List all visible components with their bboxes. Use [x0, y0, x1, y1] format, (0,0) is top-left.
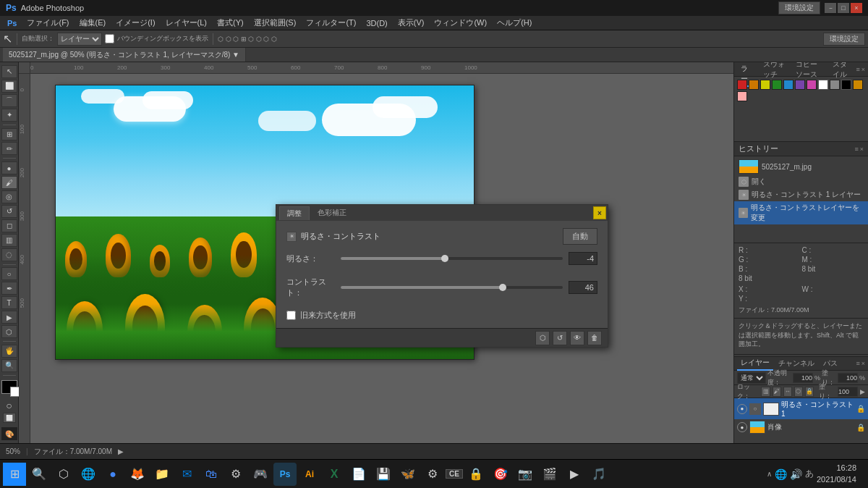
quick-mask-btn[interactable]: ○ — [6, 400, 12, 411]
menu-3d[interactable]: 3D(D) — [362, 17, 391, 29]
swatch-light-pink[interactable] — [737, 91, 747, 101]
bottom-tool-icon[interactable]: 🎨 — [1, 427, 17, 440]
swatch-white[interactable] — [818, 80, 828, 90]
screen-mode-btn[interactable]: ⬜ — [3, 413, 16, 426]
menu-select[interactable]: 選択範囲(S) — [250, 16, 301, 30]
menu-layer[interactable]: レイヤー(L) — [161, 16, 211, 30]
footer-icon-delete[interactable]: 🗑 — [587, 331, 602, 345]
swatch-red[interactable] — [737, 80, 747, 90]
gear-taskbar[interactable]: ⚙ — [421, 463, 444, 486]
history-item-1[interactable]: 5025127_m.jpg — [734, 158, 868, 175]
tab-adjust[interactable]: 調整 — [279, 206, 310, 220]
history-close[interactable]: × — [860, 146, 864, 153]
status-arrow[interactable]: ▶ — [118, 447, 124, 455]
crop-tool[interactable]: ⊞ — [1, 128, 17, 141]
fg-color-swatch[interactable] — [1, 380, 17, 395]
mail-icon[interactable]: ✉ — [175, 463, 198, 486]
panel-close-icon[interactable]: × — [861, 66, 865, 73]
explorer-icon[interactable]: 📁 — [150, 463, 174, 486]
music-icon[interactable]: 🎵 — [587, 463, 610, 486]
footer-icon-visibility[interactable]: 👁 — [570, 331, 584, 345]
tab-swatches[interactable]: スウォッチ — [760, 62, 790, 81]
tab-color-correct[interactable]: 色彩補正 — [310, 206, 354, 219]
swatch-pink[interactable] — [807, 80, 817, 90]
menu-view[interactable]: 表示(V) — [393, 16, 429, 30]
history-item-2[interactable]: ⬡ 開く — [734, 175, 868, 188]
layer-panel-close[interactable]: × — [861, 360, 865, 367]
layer-row-1[interactable]: ● ○ 明るさ・コントラスト 1 🔒 — [734, 398, 868, 419]
brush-tool[interactable]: 🖌 — [1, 176, 17, 189]
menu-filter[interactable]: フィルター(T) — [302, 16, 360, 30]
search-taskbar[interactable]: 🔍 — [27, 463, 51, 486]
swatch-brown[interactable] — [853, 80, 863, 90]
photoshop-taskbar[interactable]: Ps — [273, 463, 297, 486]
auto-button[interactable]: 自動 — [563, 228, 597, 245]
layer-2-visibility[interactable]: ● — [737, 422, 747, 432]
close-button[interactable]: × — [851, 3, 862, 13]
swatch-green[interactable] — [772, 80, 782, 90]
select-tool[interactable]: ⬜ — [1, 80, 17, 93]
butterfly-taskbar[interactable]: 🦋 — [396, 463, 420, 486]
start-button[interactable]: ⊞ — [3, 463, 26, 486]
path-select-tool[interactable]: ▶ — [1, 311, 17, 324]
usb-taskbar[interactable]: 💾 — [372, 463, 395, 486]
move-tool-icon[interactable]: ↖ — [3, 32, 12, 46]
layer-panel-menu[interactable]: ≡ — [856, 360, 859, 367]
swatch-purple[interactable] — [795, 80, 805, 90]
layer-row-2[interactable]: ● 肖像 🔒 — [734, 419, 868, 435]
tab-style[interactable]: スタイル — [829, 62, 855, 81]
edge-icon[interactable]: 🌐 — [77, 463, 100, 486]
lock-image-btn[interactable]: 🖌 — [773, 387, 781, 397]
menu-file[interactable]: ファイル(F) — [22, 16, 73, 30]
chrome-icon[interactable]: ● — [101, 463, 124, 486]
swatch-blue[interactable] — [783, 80, 793, 90]
prefs-button[interactable]: 環境設定 — [823, 33, 865, 46]
document-tab[interactable]: 5025127_m.jpg @ 50% (明るさ・コントラスト 1, レイヤーマ… — [3, 48, 246, 62]
dodge-tool[interactable]: ○ — [1, 267, 17, 280]
history-brush-tool[interactable]: ↺ — [1, 205, 17, 218]
dialog-close-button[interactable]: × — [593, 206, 606, 219]
target-icon[interactable]: 🎯 — [489, 463, 512, 486]
system-clock[interactable]: 16:28 2021/08/14 — [817, 463, 862, 485]
excel-taskbar[interactable]: X — [323, 463, 346, 486]
settings-icon[interactable]: ⚙ — [224, 463, 247, 486]
brightness-slider-container[interactable] — [341, 253, 563, 264]
text-tool[interactable]: T — [1, 296, 17, 309]
menu-window[interactable]: ウィンドウ(W) — [430, 16, 491, 30]
hand-tool[interactable]: 🖐 — [1, 345, 17, 358]
lock-artboard-btn[interactable]: ⬡ — [794, 387, 803, 397]
firefox-icon[interactable]: 🦊 — [126, 463, 149, 486]
menu-format[interactable]: 書式(Y) — [213, 16, 248, 30]
ime-icon[interactable]: あ — [805, 468, 814, 480]
maximize-button[interactable]: □ — [838, 3, 849, 13]
game-icon[interactable]: 🎮 — [249, 463, 272, 486]
show-transform-checkbox[interactable] — [105, 34, 114, 43]
acrobat-taskbar[interactable]: 📄 — [347, 463, 370, 486]
lock-all-btn[interactable]: 🔒 — [805, 387, 814, 397]
tab-copy-source[interactable]: コピーソース — [792, 62, 827, 81]
store-icon[interactable]: 🛍 — [200, 463, 223, 486]
brightness-thumb[interactable] — [441, 255, 448, 262]
fill-input-2[interactable] — [838, 387, 858, 397]
video-icon[interactable]: 🎬 — [538, 463, 561, 486]
lock-position-btn[interactable]: ↔ — [783, 387, 792, 397]
swatch-yellow[interactable] — [760, 80, 770, 90]
swatch-black[interactable] — [841, 80, 851, 90]
shape-tool[interactable]: ⬡ — [1, 325, 17, 338]
history-item-3[interactable]: ☀ 明るさ・コントラスト 1 レイヤー — [734, 188, 868, 201]
clone-tool[interactable]: ◎ — [1, 190, 17, 203]
contrast-thumb[interactable] — [499, 284, 506, 291]
opacity-input[interactable] — [793, 373, 813, 383]
contrast-slider-container[interactable] — [341, 282, 563, 293]
security-icon[interactable]: 🔒 — [464, 463, 488, 486]
taskview-btn[interactable]: ⬡ — [52, 463, 75, 486]
legacy-checkbox[interactable] — [286, 311, 296, 320]
eraser-tool[interactable]: ◻ — [1, 219, 17, 232]
menu-help[interactable]: ヘルプ(H) — [493, 16, 536, 30]
footer-icon-1[interactable]: ⬡ — [535, 331, 550, 345]
menu-ps[interactable]: Ps — [3, 17, 21, 29]
move-tool[interactable]: ↖ — [1, 65, 17, 78]
pref-button[interactable]: 環境設定 — [778, 1, 820, 14]
footer-icon-reset[interactable]: ↺ — [553, 331, 567, 345]
spot-heal-tool[interactable]: ● — [1, 161, 17, 174]
